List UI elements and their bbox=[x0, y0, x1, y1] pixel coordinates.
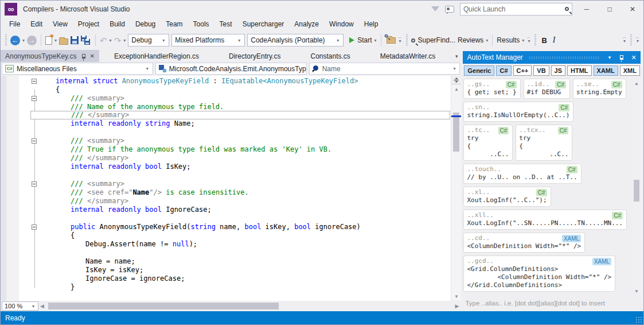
navigate-forward-button[interactable]: → bbox=[26, 33, 38, 47]
snippet-card[interactable]: ..xl..C#Xout.LogInf("..C.."); bbox=[463, 187, 551, 207]
panel-tab-c++[interactable]: C++ bbox=[513, 65, 532, 76]
filter-icon[interactable] bbox=[431, 6, 439, 11]
pin-icon[interactable] bbox=[618, 55, 626, 60]
code-line[interactable]: Debug.Assert(name != null); bbox=[30, 240, 450, 249]
scroll-right-arrow[interactable]: ▶ bbox=[455, 303, 459, 309]
snippet-card[interactable]: ..xll..C#Xout.LogInf("..SN.....PN.....TN… bbox=[463, 210, 627, 230]
close-icon[interactable]: ✕ bbox=[630, 54, 638, 61]
menu-item-file[interactable]: File bbox=[4, 18, 25, 30]
code-line[interactable] bbox=[30, 214, 450, 223]
find-in-files-button[interactable] bbox=[384, 33, 397, 47]
minimize-button[interactable]: ─ bbox=[578, 2, 595, 16]
horizontal-scroll-thumb[interactable] bbox=[48, 303, 279, 309]
snippet-card[interactable]: ..cd..XAML<ColumnDefinition Width="*" /> bbox=[463, 233, 585, 253]
code-line[interactable]: /// <summary> bbox=[30, 94, 450, 103]
code-line[interactable]: internal readonly bool IgnoreCase; bbox=[30, 206, 450, 214]
code-area[interactable]: internal struct AnonymousTypeKeyField : … bbox=[30, 77, 450, 292]
startup-project-combo[interactable]: CodeAnalysis (Portable)▾ bbox=[247, 34, 344, 47]
quick-launch-box[interactable] bbox=[460, 3, 572, 16]
toolbar-grip[interactable] bbox=[406, 34, 408, 46]
menu-item-debug[interactable]: Debug bbox=[130, 18, 161, 30]
menu-item-edit[interactable]: Edit bbox=[25, 18, 48, 30]
snippet-card[interactable]: ..gcd..XAML<Grid.ColumnDefinitions> <Col… bbox=[463, 256, 615, 292]
superfind-button[interactable]: SuperFind... bbox=[410, 33, 456, 47]
snippet-card[interactable]: ..se..C#string.Empty bbox=[573, 79, 626, 99]
split-editor-handle[interactable] bbox=[451, 76, 461, 84]
code-editor[interactable]: internal struct AnonymousTypeKeyField : … bbox=[1, 76, 461, 301]
collapse-region-icon[interactable] bbox=[32, 138, 37, 144]
toolbar-overflow[interactable]: ''▾ bbox=[397, 38, 404, 42]
open-file-button[interactable] bbox=[58, 33, 69, 47]
panel-tab-c#[interactable]: C# bbox=[496, 65, 511, 76]
code-line[interactable]: /// True if the anonymous type field was… bbox=[30, 145, 450, 154]
start-dropdown[interactable]: ▾ bbox=[374, 38, 377, 43]
navigate-back-dropdown[interactable]: ▾ bbox=[22, 38, 25, 43]
redo-button[interactable]: ↷ bbox=[113, 33, 123, 47]
code-line[interactable]: /// </summary> bbox=[30, 197, 450, 206]
save-button[interactable] bbox=[69, 33, 80, 47]
code-line[interactable]: /// </summary> bbox=[30, 111, 450, 119]
panel-tab-html[interactable]: HTML bbox=[567, 65, 592, 76]
vertical-scrollbar[interactable]: ▲ ▼ bbox=[451, 76, 461, 301]
new-item-button[interactable] bbox=[44, 33, 53, 47]
toolbar-grip[interactable] bbox=[5, 34, 7, 46]
horizontal-scrollbar[interactable] bbox=[46, 302, 444, 310]
code-line[interactable]: { bbox=[30, 86, 450, 94]
close-button[interactable]: ✕ bbox=[624, 2, 641, 16]
code-line[interactable]: internal readonly bool IsKey; bbox=[30, 162, 450, 171]
results-dropdown[interactable]: ▾ bbox=[522, 38, 524, 43]
tab-ExceptionHandlerRegion.cs[interactable]: ExceptionHandlerRegion.cs bbox=[99, 50, 214, 62]
menu-item-build[interactable]: Build bbox=[104, 18, 130, 30]
panel-scroll-down-arrow[interactable]: ▼ bbox=[633, 289, 641, 294]
maximize-button[interactable]: □ bbox=[601, 2, 618, 16]
menu-item-tools[interactable]: Tools bbox=[188, 18, 214, 30]
collapse-region-icon[interactable] bbox=[32, 225, 37, 230]
resize-grip[interactable] bbox=[635, 316, 642, 323]
code-line[interactable]: internal struct AnonymousTypeKeyField : … bbox=[30, 77, 450, 86]
code-line[interactable]: internal readonly string Name; bbox=[30, 119, 450, 128]
start-debug-button[interactable]: Start bbox=[348, 33, 373, 47]
scroll-down-arrow[interactable]: ▼ bbox=[451, 294, 461, 299]
code-line[interactable]: IgnoreCase = ignoreCase; bbox=[30, 274, 450, 283]
tab-overflow-dropdown[interactable]: ▾ bbox=[455, 53, 462, 59]
pin-icon[interactable] bbox=[82, 54, 85, 59]
feedback-icon[interactable] bbox=[445, 6, 454, 13]
code-line[interactable]: /// Name of the anonymous type field. bbox=[30, 103, 450, 111]
quick-launch-input[interactable] bbox=[463, 5, 565, 13]
new-item-dropdown[interactable]: ▾ bbox=[54, 38, 57, 43]
panel-tab-js[interactable]: JS bbox=[551, 65, 565, 76]
code-line[interactable]: { bbox=[30, 231, 450, 240]
vertical-scroll-thumb[interactable] bbox=[453, 113, 459, 152]
toolbar-overflow[interactable]: ''▾ bbox=[634, 38, 641, 42]
panel-tab-generic[interactable]: Generic bbox=[464, 65, 494, 76]
toolbar-overflow[interactable]: ''▾ bbox=[621, 38, 628, 42]
code-line[interactable] bbox=[30, 249, 450, 257]
type-dropdown[interactable]: Microsoft.CodeAnalysis.Emit.AnonymousTyp… bbox=[155, 63, 307, 75]
breakpoint-margin[interactable] bbox=[1, 76, 6, 301]
toolbar-grip[interactable] bbox=[534, 34, 536, 46]
undo-button[interactable]: ↶ bbox=[99, 33, 108, 47]
tab-AnonymousTypeKey.cs[interactable]: AnonymousTypeKey.cs✕ bbox=[1, 50, 99, 62]
snippet-card[interactable]: ..id..C##if DEBUG bbox=[524, 79, 571, 99]
panel-tab-xml[interactable]: XML bbox=[620, 65, 640, 76]
snippet-card[interactable]: ..gs..C#{ get; set; } bbox=[463, 79, 520, 99]
code-line[interactable]: /// <see cref="Name"/> is case insensiti… bbox=[30, 188, 450, 197]
tab-DirectoryEntry.cs[interactable]: DirectoryEntry.cs bbox=[214, 50, 295, 62]
panel-tab-vb[interactable]: VB bbox=[533, 65, 549, 76]
toolbar-grip[interactable] bbox=[630, 34, 632, 46]
menu-item-analyze[interactable]: Analyze bbox=[289, 18, 324, 30]
snippet-card[interactable]: ..tcx..C#try{ ..C.. bbox=[516, 125, 572, 161]
window-position-dropdown[interactable]: ▾ bbox=[606, 55, 614, 60]
scroll-left-arrow[interactable]: ◀ bbox=[40, 303, 44, 309]
snippet-card[interactable]: ..touch..C#// by ..U.. on ..D.. at ..T.. bbox=[463, 164, 581, 184]
menu-item-team[interactable]: Team bbox=[161, 18, 188, 30]
code-line[interactable]: public AnonymousTypeKeyField(string name… bbox=[30, 223, 450, 231]
reviews-button[interactable]: Reviews bbox=[456, 33, 485, 47]
close-icon[interactable]: ✕ bbox=[90, 53, 95, 59]
navigate-back-button[interactable]: ← bbox=[9, 33, 21, 47]
snippet-card[interactable]: ..tc..C#try{ ..C.. bbox=[463, 125, 513, 161]
member-dropdown[interactable]: Name ▾ bbox=[309, 63, 460, 75]
save-all-button[interactable] bbox=[80, 33, 92, 47]
collapse-region-icon[interactable] bbox=[32, 96, 37, 101]
code-line[interactable] bbox=[30, 128, 450, 137]
